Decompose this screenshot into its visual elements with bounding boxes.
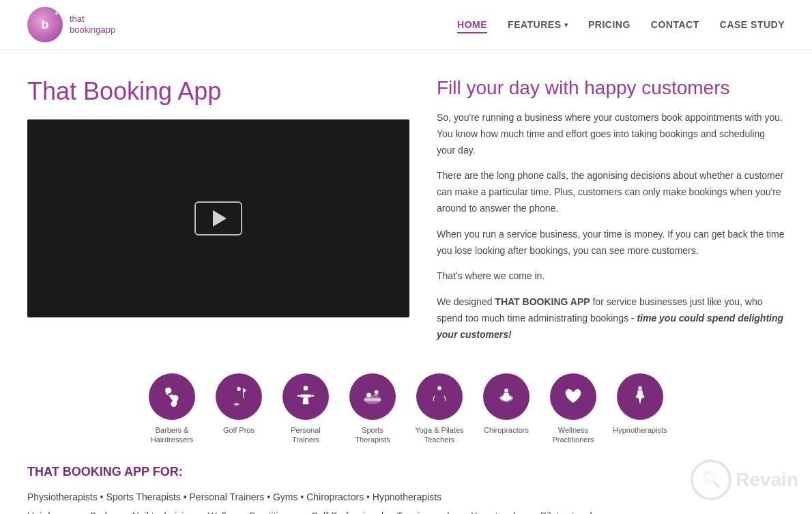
icon-item-hypno: Hypnotherapists [609,373,671,445]
svg-point-5 [235,403,237,405]
nav-links: HOME FEATURES ▾ PRICING CONTACT CASE STU… [457,18,785,31]
svg-point-0 [166,389,169,392]
icon-label-wellness: WellnessPractitioners [552,425,594,445]
icon-circle-trainers [282,373,329,420]
icon-label-sports-therapists: SportsTherapists [355,425,390,445]
icon-circle-barbers [149,373,195,420]
svg-rect-11 [364,398,381,401]
icon-label-yoga: Yoga & PilatesTeachers [415,425,463,445]
icon-item-golf: Golf Pros [208,373,270,445]
logo-circle: b + [27,7,63,42]
chiro-icon [494,384,519,409]
right-column: Fill your day with happy customers So, y… [437,77,785,353]
svg-point-17 [638,386,642,390]
paragraph-5: We designed THAT BOOKING APP for service… [437,294,785,343]
logo-text: that bookingapp [70,14,115,35]
icon-circle-chiro [483,373,530,420]
icon-label-trainers: PersonalTrainers [291,425,320,445]
paragraph-1: So, you're running a business where your… [437,110,785,158]
nav-link-case-study[interactable]: CASE STUDY [720,19,785,30]
icon-item-barbers: Barbers &Hairdressers [141,373,203,445]
nav-item-features[interactable]: FEATURES ▾ [508,19,568,30]
nav-item-contact[interactable]: CONTACT [651,18,699,31]
icon-item-chiro: Chiropractors [476,373,537,445]
for-section: THAT BOOKING APP FOR: Physiotherapists •… [0,451,812,514]
nav-link-features[interactable]: FEATURES ▾ [508,19,568,30]
svg-point-12 [366,392,371,397]
nav-item-pricing[interactable]: PRICING [588,18,630,31]
paragraph-2: There are the long phone calls, the agon… [437,168,785,216]
play-icon [213,210,227,227]
section-title: Fill your day with happy customers [437,77,785,99]
nav-link-pricing[interactable]: PRICING [588,19,630,30]
navigation: b + that bookingapp HOME FEATURES ▾ PRIC… [0,0,812,50]
icon-circle-yoga [416,373,463,420]
hypno-icon [628,384,652,409]
logo-letter: b [42,18,49,32]
svg-point-6 [304,386,308,390]
left-column: That Booking App [27,77,409,353]
svg-point-16 [504,388,508,392]
icons-section: Barbers &Hairdressers Golf Pros [0,353,812,452]
svg-point-13 [375,390,379,394]
wellness-icon [561,384,585,409]
page-title: That Booking App [27,77,409,106]
paragraph-4: That's where we come in. [437,268,785,285]
for-text-line2: Hairdressers • Barbers • Nail technician… [27,506,785,514]
icon-label-chiro: Chiropractors [484,425,529,435]
nav-link-contact[interactable]: CONTACT [651,19,699,30]
icon-circle-golf [216,373,262,420]
icon-circle-sports-therapists [349,373,396,420]
bold-app-name: THAT BOOKING APP [495,296,590,307]
icon-item-trainers: PersonalTrainers [275,373,336,445]
nav-item-home[interactable]: HOME [457,18,487,31]
icon-circle-wellness [550,373,596,420]
svg-rect-8 [311,395,315,396]
scissors-icon [160,384,184,409]
for-text-line1: Physiotherapists • Sports Therapists • P… [27,487,785,506]
highlight-phrase: time you could spend delighting your cus… [437,313,783,340]
svg-point-1 [173,401,177,405]
icon-label-golf: Golf Pros [223,425,255,435]
icon-label-barbers: Barbers &Hairdressers [151,425,193,445]
icon-item-wellness: WellnessPractitioners [542,373,604,445]
icon-item-sports-therapists: SportsTherapists [342,373,403,445]
svg-point-3 [237,387,241,391]
paragraph-3: When you run a service business, your ti… [437,227,785,259]
svg-rect-7 [298,395,301,396]
svg-point-14 [437,386,441,390]
svg-rect-9 [300,394,311,397]
play-button[interactable] [194,201,242,235]
video-container[interactable] [27,119,409,317]
for-title: THAT BOOKING APP FOR: [27,465,785,479]
logo-plus: + [55,10,59,17]
logo[interactable]: b + that bookingapp [27,7,115,42]
therapist-icon [360,384,385,409]
nav-item-case-study[interactable]: CASE STUDY [720,18,785,31]
trainer-icon [293,384,318,409]
nav-link-home[interactable]: HOME [457,19,487,33]
yoga-icon [427,384,452,409]
icon-item-yoga: Yoga & PilatesTeachers [409,373,470,445]
golf-icon [227,384,251,409]
main-content: That Booking App Fill your day with happ… [0,50,812,353]
icon-circle-hypno [617,373,663,420]
chevron-down-icon: ▾ [564,21,568,29]
icon-label-hypno: Hypnotherapists [613,425,667,435]
